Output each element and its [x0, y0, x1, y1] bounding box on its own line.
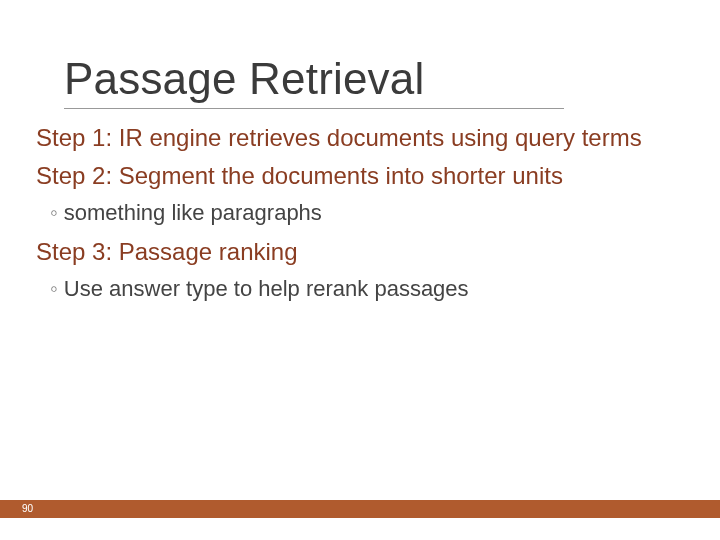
step-2-sub-text: something like paragraphs [64, 200, 322, 225]
step-2: Step 2: Segment the documents into short… [36, 161, 684, 191]
step-3: Step 3: Passage ranking [36, 237, 684, 267]
step-3-sub-text: Use answer type to help rerank passages [64, 276, 469, 301]
page-number: 90 [22, 503, 33, 514]
step-2-sub: ◦something like paragraphs [50, 199, 684, 227]
step-1: Step 1: IR engine retrieves documents us… [36, 123, 684, 153]
bullet-icon: ◦ [50, 276, 58, 301]
footer-accent-bar [0, 500, 720, 518]
slide-title: Passage Retrieval [64, 54, 564, 109]
step-3-sub: ◦Use answer type to help rerank passages [50, 275, 684, 303]
bullet-icon: ◦ [50, 200, 58, 225]
slide-container: Passage Retrieval Step 1: IR engine retr… [0, 0, 720, 540]
